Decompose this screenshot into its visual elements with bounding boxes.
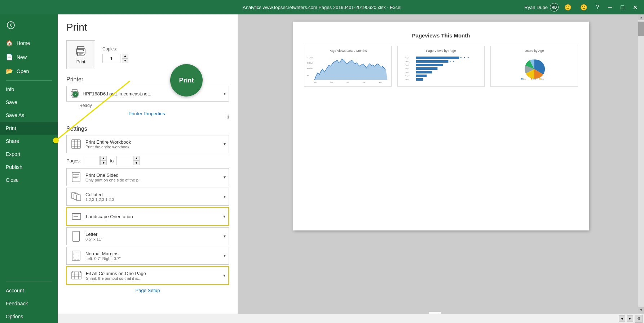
emoji-btn[interactable]: 🙂 — [561, 3, 574, 12]
svg-text:Page7: Page7 — [405, 78, 409, 80]
workbook-primary: Print Entire Workbook — [85, 139, 221, 145]
page-setup-link[interactable]: Page Setup — [66, 288, 229, 293]
chart3-label: Users by Age — [494, 49, 575, 53]
svg-point-0 — [7, 22, 14, 29]
sidebar-item-home[interactable]: 🏠 Home — [0, 36, 58, 50]
copies-decrement[interactable]: ▼ — [122, 58, 128, 63]
fit-columns-dropdown[interactable]: Fit All Columns on One Page Shrink the p… — [66, 266, 229, 285]
printer-properties-link[interactable]: Printer Properties — [128, 111, 165, 116]
svg-rect-63 — [521, 78, 522, 79]
pages-to-spinner: ▲ ▼ — [133, 156, 140, 165]
help-button[interactable]: ? — [593, 3, 602, 12]
sidebar-item-close[interactable]: Close — [0, 174, 58, 187]
window-title: Analytics www.topsecretwriters.com Pages… — [243, 5, 401, 10]
sidebar-label-close: Close — [6, 177, 19, 183]
preview-area: Pageviews This Month Page Views Last 2 M… — [238, 14, 644, 323]
svg-text:Page2: Page2 — [405, 60, 409, 62]
sidebar: 🏠 Home 📄 New 📂 Open Info Save Save As Pr… — [0, 14, 58, 323]
print-box-button[interactable]: Print — [66, 40, 95, 69]
margins-icon — [70, 249, 83, 262]
svg-point-55 — [453, 61, 454, 62]
new-icon: 📄 — [6, 54, 13, 60]
scrollbar-thumb[interactable] — [638, 22, 644, 36]
orientation-dropdown[interactable]: Landscape Orientation ▾ — [66, 207, 229, 226]
page-preview: Pageviews This Month Page Views Last 2 M… — [293, 22, 589, 230]
pages-to-up[interactable]: ▲ — [133, 156, 140, 161]
chart-pageviews-by-page: Page Views by Page — [397, 46, 485, 87]
copies-increment[interactable]: ▲ — [122, 54, 128, 58]
bottom-left-btn[interactable]: ◄ — [619, 315, 625, 322]
svg-rect-44 — [416, 57, 459, 59]
paper-dropdown[interactable]: Letter 8.5" x 11" ▾ — [66, 227, 229, 245]
svg-text:Page4: Page4 — [405, 68, 409, 69]
chart-users-by-age: Users by Age — [490, 46, 578, 87]
fit-columns-text: Fit All Columns on One Page Shrink the p… — [86, 271, 220, 281]
sidebar-label-share: Share — [6, 138, 19, 144]
orientation-dropdown-arrow: ▾ — [223, 214, 225, 219]
svg-text:May: May — [330, 81, 333, 83]
svg-text:Jul: Jul — [363, 81, 365, 83]
printer-dropdown-arrow: ▾ — [224, 91, 226, 96]
settings-icon-bottom[interactable]: ⚙ — [635, 315, 643, 323]
preview-scrollbar[interactable]: ▲ ▼ — [638, 14, 644, 313]
pages-label: Pages: — [66, 158, 81, 163]
pages-to-input[interactable] — [116, 156, 132, 165]
sided-icon — [70, 171, 83, 184]
bottom-right-btn[interactable]: ► — [627, 315, 633, 322]
pages-from-spinner: ▲ ▼ — [100, 156, 107, 165]
sidebar-item-feedback[interactable]: Feedback — [0, 297, 58, 310]
title-bar-controls: Ryan Dube RD 🙂 🙁 ? ─ □ ✕ — [524, 3, 640, 12]
svg-rect-50 — [416, 78, 423, 81]
sidebar-divider-2 — [6, 282, 52, 282]
margins-primary: Normal Margins — [85, 251, 221, 256]
sidebar-item-export[interactable]: Export — [0, 148, 58, 161]
maximize-button[interactable]: □ — [618, 3, 627, 12]
sidebar-item-new[interactable]: 📄 New — [0, 50, 58, 64]
chart1-label: Page Views Last 2 Months — [307, 49, 388, 53]
svg-text:Jun: Jun — [347, 81, 349, 83]
svg-text:Aug: Aug — [379, 81, 382, 83]
collated-primary: Collated — [85, 192, 221, 197]
sidebar-item-account[interactable]: Account — [0, 284, 58, 297]
svg-rect-67 — [539, 78, 541, 79]
scrollbar-up-button[interactable]: ▲ — [638, 14, 644, 20]
info-icon: ℹ — [227, 114, 229, 120]
printer-dropdown[interactable]: ✓ HPF168D6.hsd1.in.comcast.net... ▾ — [66, 86, 229, 102]
sidebar-item-save-as[interactable]: Save As — [0, 109, 58, 122]
sidebar-label-options: Options — [6, 314, 23, 319]
svg-text:25-34: 25-34 — [533, 78, 536, 80]
sidebar-divider-1 — [6, 80, 52, 81]
svg-point-52 — [464, 57, 465, 58]
sidebar-item-print[interactable]: Print — [0, 122, 58, 135]
sidebar-item-options[interactable]: Options — [0, 310, 58, 323]
big-print-button[interactable]: Print — [170, 64, 203, 97]
bottom-nav-bar: ◄ ► ⚙ — [58, 314, 644, 323]
sidebar-back-button[interactable] — [3, 17, 19, 33]
minimize-button[interactable]: ─ — [605, 3, 615, 12]
title-bar: Analytics www.topsecretwriters.com Pages… — [0, 0, 644, 14]
printer-icon-box: ✓ — [70, 89, 80, 99]
scrollbar-down-button[interactable]: ▼ — [638, 307, 644, 313]
pages-from-down[interactable]: ▼ — [100, 161, 107, 165]
collated-text: Collated 1,2,3 1,2,3 1,2,3 — [85, 192, 221, 202]
sidebar-item-save[interactable]: Save — [0, 96, 58, 109]
pages-from-up[interactable]: ▲ — [100, 156, 107, 161]
user-avatar: RD — [550, 3, 559, 12]
collated-dropdown[interactable]: Collated 1,2,3 1,2,3 1,2,3 ▾ — [66, 188, 229, 206]
sidebar-item-share[interactable]: Share — [0, 135, 58, 148]
sad-emoji-btn[interactable]: 🙁 — [577, 3, 590, 12]
print-workbook-dropdown[interactable]: Print Entire Workbook Print the entire w… — [66, 135, 229, 153]
sidebar-item-info[interactable]: Info — [0, 83, 58, 96]
pages-to-down[interactable]: ▼ — [133, 161, 140, 165]
svg-text:Page3: Page3 — [405, 64, 409, 66]
svg-rect-17 — [72, 172, 80, 182]
margins-dropdown[interactable]: Normal Margins Left: 0.7" Right: 0.7" ▾ — [66, 247, 229, 265]
fit-columns-primary: Fit All Columns on One Page — [86, 271, 220, 276]
close-button[interactable]: ✕ — [630, 3, 640, 12]
print-sided-dropdown[interactable]: Print One Sided Only print on one side o… — [66, 168, 229, 186]
sidebar-item-open[interactable]: 📂 Open — [0, 64, 58, 78]
pages-from-input[interactable] — [84, 156, 100, 165]
copies-input[interactable] — [102, 54, 120, 63]
sidebar-item-publish[interactable]: Publish — [0, 161, 58, 174]
preview-title: Pageviews This Month — [304, 32, 578, 39]
